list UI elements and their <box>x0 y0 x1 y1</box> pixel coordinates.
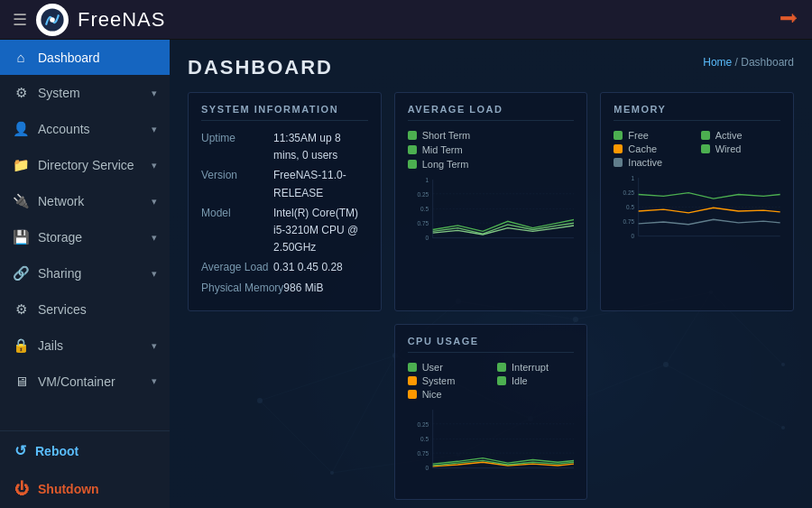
legend-label: Cache <box>628 143 657 154</box>
cpu-legend-item: Nice <box>408 389 484 400</box>
hamburger-icon[interactable]: ☰ <box>13 10 27 30</box>
widget-sysinfo-title: SYSTEM INFORMATION <box>201 104 368 121</box>
directory-service-icon: 📁 <box>13 157 29 173</box>
svg-text:0.5: 0.5 <box>420 206 429 212</box>
sysinfo-label: Uptime <box>201 130 273 164</box>
sysinfo-value: 11:35AM up 8 mins, 0 users <box>273 130 368 164</box>
sidebar-item-vmcontainer[interactable]: 🖥 VM/Container ▾ <box>0 364 170 399</box>
breadcrumb-home[interactable]: Home <box>703 56 732 69</box>
sidebar-item-accounts[interactable]: 👤 Accounts ▾ <box>0 111 170 147</box>
legend-dot <box>497 363 506 372</box>
sidebar-label-vmcontainer: VM/Container <box>38 374 143 389</box>
sidebar-item-storage[interactable]: 💾 Storage ▾ <box>0 219 170 255</box>
cpu-legend-item: Interrupt <box>497 362 574 373</box>
legend-dot <box>701 144 710 153</box>
sysinfo-row: ModelIntel(R) Core(TM) i5-3210M CPU @ 2.… <box>201 205 368 257</box>
avgload-legend-item: Mid Term <box>408 144 575 155</box>
sysinfo-row: Physical Memory986 MiB <box>201 280 368 297</box>
legend-label: Short Term <box>422 130 471 141</box>
legend-dot <box>701 131 710 140</box>
legend-label: Free <box>628 130 649 141</box>
memory-legend-item: Wired <box>701 143 780 154</box>
sysinfo-value: 0.31 0.45 0.28 <box>273 259 343 276</box>
chevron-accounts: ▾ <box>152 124 157 135</box>
sysinfo-fields: Uptime11:35AM up 8 mins, 0 usersVersionF… <box>201 130 368 297</box>
chevron-jails: ▾ <box>152 340 157 352</box>
sidebar-item-services[interactable]: ⚙ Services <box>0 291 170 328</box>
shutdown-button[interactable]: ⏻ Shutdown <box>0 470 170 508</box>
content-inner: DASHBOARD Home / Dashboard SYSTEM INFORM… <box>170 40 812 508</box>
memory-legend: FreeActiveCacheWiredInactive <box>614 130 780 168</box>
sidebar: ⌂ Dashboard ⚙ System ▾ 👤 Accounts ▾ 📁 Di… <box>0 40 170 508</box>
cpu-chart: 0.75 0.5 0.25 0 <box>408 407 575 488</box>
breadcrumb-row: DASHBOARD Home / Dashboard <box>188 56 794 79</box>
memory-legend-item: Active <box>701 130 780 141</box>
sysinfo-label: Average Load <box>201 259 273 276</box>
svg-point-1 <box>50 17 55 23</box>
sidebar-label-system: System <box>38 86 143 100</box>
sysinfo-label: Version <box>201 167 273 201</box>
reboot-label: Reboot <box>35 444 78 458</box>
sysinfo-value: Intel(R) Core(TM) i5-3210M CPU @ 2.50GHz <box>273 205 368 257</box>
legend-dot <box>408 145 417 154</box>
topbar-left: ☰ FreeNAS <box>13 4 165 36</box>
svg-text:0.75: 0.75 <box>417 220 429 226</box>
page-title: DASHBOARD <box>188 56 333 79</box>
widget-avgload-title: AVERAGE LOAD <box>408 104 575 121</box>
legend-dot <box>408 160 417 169</box>
sidebar-item-dashboard[interactable]: ⌂ Dashboard <box>0 40 170 75</box>
legend-label: Idle <box>512 375 528 386</box>
accounts-icon: 👤 <box>13 121 29 137</box>
sidebar-item-directory-service[interactable]: 📁 Directory Service ▾ <box>0 147 170 183</box>
sharing-icon: 🔗 <box>13 265 29 282</box>
legend-label: Interrupt <box>512 362 549 373</box>
cpu-legend-item: System <box>408 375 484 386</box>
sysinfo-value: 986 MiB <box>283 280 323 297</box>
svg-text:0.25: 0.25 <box>417 420 429 427</box>
sidebar-label-directory-service: Directory Service <box>38 158 143 172</box>
logout-icon[interactable]: ⮕ <box>780 8 799 32</box>
memory-legend-item: Free <box>614 130 693 141</box>
sidebar-item-sharing[interactable]: 🔗 Sharing ▾ <box>0 255 170 291</box>
legend-label: System <box>422 375 456 386</box>
shutdown-icon: ⏻ <box>14 481 29 497</box>
sidebar-item-system[interactable]: ⚙ System ▾ <box>0 75 170 111</box>
sysinfo-label: Model <box>201 205 273 257</box>
chevron-system: ▾ <box>152 88 157 99</box>
cpu-legend-item: User <box>408 362 484 373</box>
sidebar-label-network: Network <box>38 194 143 208</box>
svg-text:0.75: 0.75 <box>623 218 635 225</box>
widget-memory-title: MEMORY <box>614 104 780 121</box>
svg-text:0: 0 <box>632 233 635 239</box>
sidebar-label-accounts: Accounts <box>38 122 143 136</box>
topbar: ☰ FreeNAS ⮕ <box>0 0 812 40</box>
memory-legend-item: Cache <box>614 143 693 154</box>
avgload-legend-item: Short Term <box>408 130 575 141</box>
sidebar-label-services: Services <box>38 302 157 317</box>
widget-cpu-title: CPU USAGE <box>408 336 575 353</box>
memory-legend-item: Inactive <box>614 157 693 168</box>
jails-icon: 🔒 <box>13 337 29 354</box>
app-title: FreeNAS <box>78 8 165 32</box>
widget-memory: MEMORY FreeActiveCacheWiredInactive 1 0.… <box>600 92 794 311</box>
reboot-button[interactable]: ↺ Reboot <box>0 431 170 470</box>
svg-text:1: 1 <box>425 177 429 183</box>
sidebar-bottom: ↺ Reboot ⏻ Shutdown <box>0 430 170 508</box>
legend-dot <box>408 363 417 372</box>
legend-label: Active <box>715 130 743 141</box>
dashboard-grid: SYSTEM INFORMATION Uptime11:35AM up 8 mi… <box>188 92 794 500</box>
sidebar-item-network[interactable]: 🔌 Network ▾ <box>0 183 170 219</box>
legend-dot <box>614 158 623 167</box>
sysinfo-row: Uptime11:35AM up 8 mins, 0 users <box>201 130 368 164</box>
sidebar-label-jails: Jails <box>38 338 143 353</box>
svg-text:0: 0 <box>425 465 429 471</box>
sidebar-label-dashboard: Dashboard <box>38 51 157 65</box>
breadcrumb-current: Dashboard <box>741 56 794 69</box>
legend-dot <box>614 131 623 140</box>
sysinfo-row: Average Load0.31 0.45 0.28 <box>201 259 368 276</box>
legend-label: Mid Term <box>422 144 463 155</box>
main-layout: ⌂ Dashboard ⚙ System ▾ 👤 Accounts ▾ 📁 Di… <box>0 40 812 508</box>
sidebar-item-jails[interactable]: 🔒 Jails ▾ <box>0 328 170 364</box>
sidebar-label-sharing: Sharing <box>38 266 143 281</box>
chevron-sharing: ▾ <box>152 268 157 280</box>
